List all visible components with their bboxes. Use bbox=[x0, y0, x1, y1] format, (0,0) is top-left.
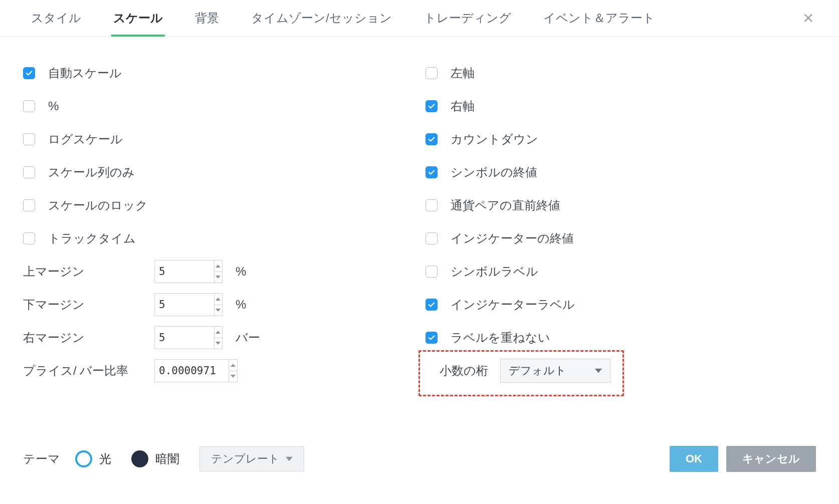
tab-style[interactable]: スタイル bbox=[15, 0, 97, 36]
field-bottom-margin[interactable] bbox=[155, 294, 214, 316]
tab-trading[interactable]: トレーディング bbox=[408, 0, 527, 36]
spin-down-icon[interactable] bbox=[215, 338, 222, 349]
ok-button[interactable]: OK bbox=[670, 446, 718, 472]
field-right-margin[interactable] bbox=[155, 327, 214, 349]
label-auto-scale: 自動スケール bbox=[48, 65, 122, 81]
theme-dark-option[interactable]: 暗闇 bbox=[131, 450, 179, 467]
label-lock-scale: スケールのロック bbox=[48, 197, 148, 213]
label-no-overlap-labels: ラベルを重ねない bbox=[451, 330, 550, 346]
dialog-footer: テーマ 光 暗闇 テンプレート OK キャンセル bbox=[0, 446, 839, 472]
label-indicator-label: インジケーターラベル bbox=[451, 297, 575, 313]
chevron-down-icon bbox=[595, 368, 602, 373]
unit-right-margin: バー bbox=[236, 330, 260, 346]
label-log-scale: ログスケール bbox=[48, 131, 123, 147]
checkbox-indicator-label[interactable] bbox=[426, 299, 438, 311]
label-decimal-places: 小数の桁 bbox=[440, 363, 488, 379]
chevron-down-icon bbox=[286, 456, 293, 461]
checkbox-pair-prev-close[interactable] bbox=[426, 199, 438, 211]
left-column: 自動スケール % ログスケール スケール列のみ スケールのロック トラックタイム bbox=[23, 57, 413, 387]
radio-dark-label: 暗闇 bbox=[155, 451, 179, 467]
spin-down-icon[interactable] bbox=[215, 272, 222, 283]
checkbox-scale-series-only[interactable] bbox=[23, 166, 35, 178]
checkbox-percent[interactable] bbox=[23, 100, 35, 112]
label-bottom-margin: 下マージン bbox=[23, 297, 143, 313]
option-log-scale[interactable]: ログスケール bbox=[23, 123, 413, 156]
row-bottom-margin: 下マージン % bbox=[23, 288, 413, 321]
spin-up-icon[interactable] bbox=[229, 360, 237, 371]
label-top-margin: 上マージン bbox=[23, 264, 143, 280]
spin-up-icon[interactable] bbox=[215, 261, 222, 272]
label-left-axis: 左軸 bbox=[451, 65, 475, 81]
theme-label: テーマ bbox=[23, 451, 60, 467]
label-price-bar-ratio: プライス/ バー比率 bbox=[23, 363, 143, 379]
spin-down-icon[interactable] bbox=[229, 371, 237, 382]
checkbox-log-scale[interactable] bbox=[23, 133, 35, 145]
spin-up-icon[interactable] bbox=[215, 327, 222, 338]
option-pair-prev-close[interactable]: 通貨ペアの直前終値 bbox=[426, 189, 816, 222]
tab-events-alerts[interactable]: イベント＆アラート bbox=[527, 0, 671, 36]
spin-up-icon[interactable] bbox=[215, 294, 222, 305]
input-price-bar-ratio[interactable] bbox=[154, 359, 238, 382]
checkbox-symbol-label[interactable] bbox=[426, 266, 438, 278]
option-scale-series-only[interactable]: スケール列のみ bbox=[23, 156, 413, 189]
tab-background[interactable]: 背景 bbox=[179, 0, 235, 36]
label-right-axis: 右軸 bbox=[451, 98, 475, 114]
input-bottom-margin[interactable] bbox=[154, 293, 223, 316]
label-right-margin: 右マージン bbox=[23, 330, 143, 346]
checkbox-indicator-last[interactable] bbox=[426, 232, 438, 244]
label-track-time: トラックタイム bbox=[48, 230, 136, 246]
option-countdown[interactable]: カウントダウン bbox=[426, 123, 816, 156]
label-symbol-last: シンボルの終値 bbox=[451, 164, 537, 180]
option-indicator-last[interactable]: インジケーターの終値 bbox=[426, 222, 816, 255]
checkbox-symbol-last[interactable] bbox=[426, 166, 438, 178]
checkbox-auto-scale[interactable] bbox=[23, 67, 35, 79]
row-decimal-places: 小数の桁 デフォルト bbox=[426, 354, 816, 387]
tab-bar: スタイル スケール 背景 タイムゾーン/セッション トレーディング イベント＆ア… bbox=[0, 0, 839, 37]
checkbox-countdown[interactable] bbox=[426, 133, 438, 145]
theme-light-option[interactable]: 光 bbox=[75, 450, 111, 467]
dropdown-decimal-places[interactable]: デフォルト bbox=[500, 359, 610, 383]
checkbox-left-axis[interactable] bbox=[426, 67, 438, 79]
spin-down-icon[interactable] bbox=[215, 305, 222, 316]
dropdown-value: デフォルト bbox=[509, 363, 566, 378]
label-pair-prev-close: 通貨ペアの直前終値 bbox=[451, 197, 560, 213]
field-price-bar-ratio[interactable] bbox=[155, 360, 229, 382]
option-auto-scale[interactable]: 自動スケール bbox=[23, 57, 413, 90]
label-percent: % bbox=[48, 99, 59, 113]
row-top-margin: 上マージン % bbox=[23, 255, 413, 288]
field-top-margin[interactable] bbox=[155, 261, 214, 283]
option-track-time[interactable]: トラックタイム bbox=[23, 222, 413, 255]
option-lock-scale[interactable]: スケールのロック bbox=[23, 189, 413, 222]
template-label: テンプレート bbox=[211, 451, 280, 466]
option-symbol-last[interactable]: シンボルの終値 bbox=[426, 156, 816, 189]
template-dropdown-button[interactable]: テンプレート bbox=[199, 446, 304, 471]
option-indicator-label[interactable]: インジケーターラベル bbox=[426, 288, 816, 321]
right-column: 左軸 右軸 カウントダウン シンボルの終値 通貨ペアの直前終値 インジケーターの bbox=[426, 57, 816, 387]
radio-light-icon[interactable] bbox=[75, 450, 92, 467]
checkbox-track-time[interactable] bbox=[23, 232, 35, 244]
label-scale-series-only: スケール列のみ bbox=[48, 164, 135, 180]
label-symbol-label: シンボルラベル bbox=[451, 264, 538, 280]
cancel-button[interactable]: キャンセル bbox=[726, 446, 816, 472]
row-price-bar-ratio: プライス/ バー比率 bbox=[23, 354, 413, 387]
option-symbol-label[interactable]: シンボルラベル bbox=[426, 255, 816, 288]
option-percent[interactable]: % bbox=[23, 90, 413, 123]
tab-timezone-session[interactable]: タイムゾーン/セッション bbox=[235, 0, 408, 36]
input-top-margin[interactable] bbox=[154, 260, 223, 283]
checkbox-right-axis[interactable] bbox=[426, 100, 438, 112]
input-right-margin[interactable] bbox=[154, 326, 223, 349]
checkbox-lock-scale[interactable] bbox=[23, 199, 35, 211]
radio-light-label: 光 bbox=[99, 451, 111, 467]
close-icon[interactable]: ✕ bbox=[792, 5, 824, 32]
option-no-overlap-labels[interactable]: ラベルを重ねない bbox=[426, 321, 816, 354]
unit-bottom-margin: % bbox=[236, 298, 246, 312]
row-right-margin: 右マージン バー bbox=[23, 321, 413, 354]
label-countdown: カウントダウン bbox=[451, 131, 538, 147]
label-indicator-last: インジケーターの終値 bbox=[451, 230, 574, 246]
option-left-axis[interactable]: 左軸 bbox=[426, 57, 816, 90]
tab-scale[interactable]: スケール bbox=[97, 0, 179, 36]
option-right-axis[interactable]: 右軸 bbox=[426, 90, 816, 123]
radio-dark-icon[interactable] bbox=[131, 450, 148, 467]
checkbox-no-overlap-labels[interactable] bbox=[426, 332, 438, 344]
unit-top-margin: % bbox=[236, 265, 246, 279]
